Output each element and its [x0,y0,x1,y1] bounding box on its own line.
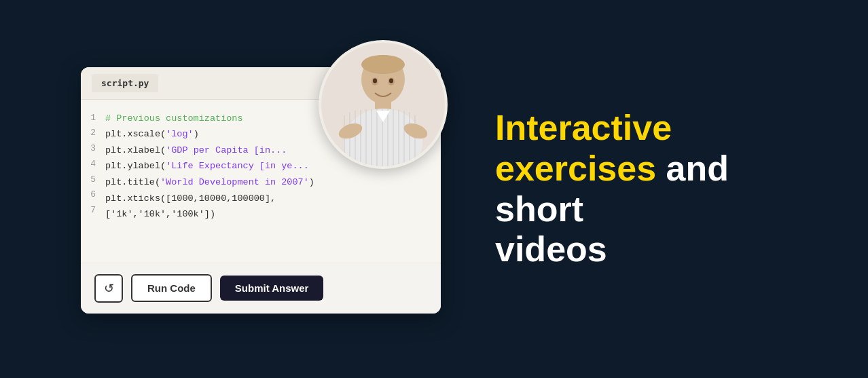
svg-rect-14 [398,110,399,166]
code-footer: ↺ Run Code Submit Answer [81,263,441,314]
headline-videos: videos [495,229,607,269]
headline-interactive: Interactive [495,108,672,147]
svg-rect-6 [355,111,356,166]
code-line-6: plt.xticks([1000,10000,100000], [105,191,430,207]
right-panel: Interactive exercises and short videos [454,108,808,270]
svg-rect-5 [349,112,350,166]
svg-rect-10 [376,109,378,166]
svg-rect-8 [365,109,367,166]
instructor-silhouette [329,51,437,166]
left-panel: script.py 1 2 3 4 5 6 7 # Previous custo… [60,47,454,332]
line-numbers: 1 2 3 4 5 6 7 [81,111,105,252]
svg-rect-15 [403,111,405,166]
reset-icon: ↺ [104,281,114,296]
headline-text: Interactive exercises and short videos [495,108,808,270]
svg-rect-7 [360,110,361,166]
code-line-7: ['1k','10k','100k']) [105,206,430,223]
run-code-button[interactable]: Run Code [131,274,212,302]
reset-button[interactable]: ↺ [94,274,123,303]
instructor-avatar [319,40,448,169]
submit-answer-button[interactable]: Submit Answer [220,276,324,301]
svg-rect-12 [387,109,388,166]
svg-point-1 [361,55,405,74]
svg-rect-9 [371,109,372,166]
svg-point-23 [373,78,377,83]
svg-rect-16 [409,112,410,166]
svg-rect-13 [393,109,394,166]
file-tab[interactable]: script.py [92,74,158,92]
svg-point-24 [389,78,393,83]
headline-exercises: exercises [495,149,656,188]
code-line-5: plt.title('World Development in 2007') [105,174,430,191]
main-container: script.py 1 2 3 4 5 6 7 # Previous custo… [60,33,808,345]
svg-rect-17 [414,115,416,166]
